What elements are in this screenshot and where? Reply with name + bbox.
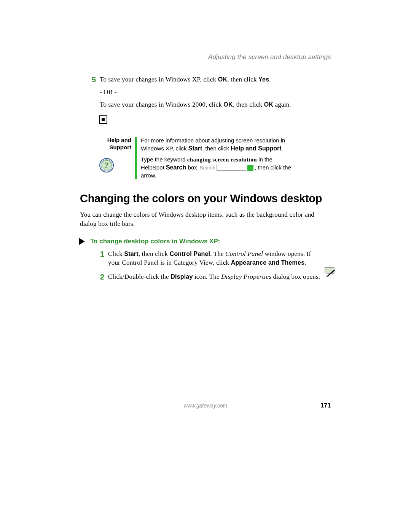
green-divider (135, 137, 137, 179)
procedure-title: To change desktop colors in Windows XP: (90, 238, 220, 245)
step-body: Click Start, then click Control Panel. T… (108, 250, 321, 267)
control-panel-label: Control Panel (170, 251, 210, 257)
yes-label: Yes (258, 76, 269, 83)
step-body: Click/Double-click the Display icon. The… (108, 273, 321, 281)
footer-url: www.gateway.com (184, 403, 228, 409)
procedure-step-2: 2 Click/Double-click the Display icon. T… (96, 273, 331, 281)
text: To save your changes in Windows 2000, cl… (100, 101, 223, 108)
svg-text:?: ? (105, 161, 108, 169)
text: , then click (233, 101, 264, 108)
ok-label: OK (218, 76, 227, 83)
procedure-step-1: 1 Click Start, then click Control Panel.… (96, 250, 331, 267)
text: icon. The (193, 273, 221, 280)
step-number: 5 (88, 75, 96, 84)
help-support-label: Help and Support (231, 145, 281, 152)
annotation-pen-icon (324, 267, 336, 277)
text: box (186, 164, 199, 171)
step-5: 5 To save your changes in Windows XP, cl… (88, 75, 331, 109)
keyword: changing screen resolution (187, 157, 257, 163)
start-label: Start (188, 145, 202, 152)
text: . (282, 145, 283, 152)
step-number: 1 (96, 250, 104, 259)
text: . The (210, 250, 225, 257)
help-label: Help andSupport (99, 137, 131, 151)
end-of-procedure-icon (99, 115, 107, 124)
step-body: To save your changes in Windows XP, clic… (100, 75, 320, 109)
text: Help and (107, 137, 131, 143)
page-footer: www.gateway.com 171 (80, 402, 331, 409)
control-panel-italic: Control Panel (225, 250, 263, 257)
search-widget: Search → (200, 165, 253, 171)
search-label-bold: Search (166, 164, 186, 171)
svg-rect-4 (325, 267, 334, 273)
procedure-title-row: To change desktop colors in Windows XP: (79, 238, 331, 245)
step-number: 2 (96, 273, 104, 281)
section-header: Adjusting the screen and desktop setting… (80, 53, 331, 61)
text: Support (110, 144, 132, 150)
help-paragraph-1: For more information about adjusting scr… (141, 137, 293, 153)
help-paragraph-2: Type the keyword changing screen resolut… (141, 156, 293, 179)
search-input[interactable] (217, 165, 246, 171)
text: again. (273, 101, 291, 108)
text: . (269, 76, 271, 83)
text: . (304, 259, 306, 266)
help-and-support-box: Help andSupport ? For more information a… (99, 137, 331, 179)
intro-paragraph: You can change the colors of Windows des… (80, 210, 331, 228)
text: To save your changes in Windows XP, clic… (100, 76, 218, 83)
text: Type the keyword (141, 156, 187, 163)
display-properties-italic: Display Properties (221, 273, 271, 280)
display-label: Display (170, 273, 193, 280)
text: Click (108, 250, 124, 257)
page-number: 171 (308, 402, 331, 409)
text: Click/Double-click the (108, 273, 170, 280)
search-placeholder-label: Search (200, 165, 215, 171)
text: , then click (139, 250, 170, 257)
text: , then click (202, 145, 231, 152)
appearance-themes-label: Appearance and Themes (231, 259, 305, 266)
search-go-arrow-icon[interactable]: → (247, 165, 253, 171)
help-globe-icon: ? (99, 158, 131, 173)
heading-changing-colors: Changing the colors on your Windows desk… (80, 192, 331, 205)
text: dialog box opens. (271, 273, 320, 280)
start-label: Start (124, 251, 138, 257)
ok-label: OK (223, 101, 233, 108)
or-separator: - OR - (100, 88, 320, 97)
text: , then click (227, 76, 258, 83)
procedure-arrow-icon (79, 238, 85, 245)
ok-label: OK (264, 101, 273, 108)
